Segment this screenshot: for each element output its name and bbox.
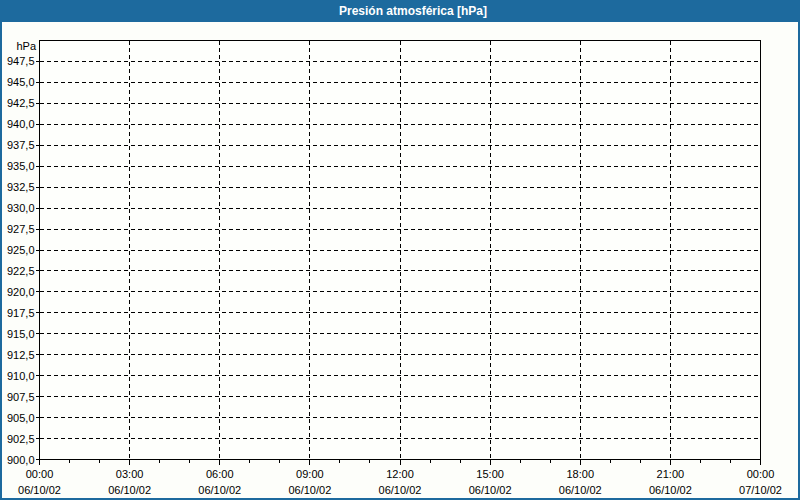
- x-time-label: 21:00: [657, 468, 685, 480]
- y-tick-label: 930,0: [7, 202, 35, 214]
- x-date-label: 07/10/02: [739, 484, 782, 496]
- pressure-chart-plot: 947,5945,0942,5940,0937,5935,0932,5930,0…: [2, 22, 798, 498]
- y-tick-label: 922,5: [7, 265, 35, 277]
- x-date-label: 06/10/02: [198, 484, 241, 496]
- y-tick-label: 910,0: [7, 370, 35, 382]
- y-tick-label: 907,5: [7, 391, 35, 403]
- y-tick-label: 905,0: [7, 412, 35, 424]
- x-date-label: 06/10/02: [649, 484, 692, 496]
- x-time-label: 03:00: [116, 468, 144, 480]
- y-tick-label: 912,5: [7, 349, 35, 361]
- x-date-label: 06/10/02: [18, 484, 61, 496]
- y-tick-label: 917,5: [7, 307, 35, 319]
- y-tick-label: 932,5: [7, 181, 35, 193]
- y-tick-label: 900,0: [7, 454, 35, 466]
- chart-title-bar: Presión atmosférica [hPa]: [0, 0, 800, 22]
- y-tick-label: 925,0: [7, 244, 35, 256]
- x-time-label: 12:00: [386, 468, 414, 480]
- y-tick-label: 940,0: [7, 118, 35, 130]
- y-tick-label: 927,5: [7, 223, 35, 235]
- y-tick-label: 947,5: [7, 55, 35, 67]
- y-tick-label: 915,0: [7, 328, 35, 340]
- x-time-label: 09:00: [296, 468, 324, 480]
- x-time-label: 00:00: [26, 468, 54, 480]
- y-tick-label: 920,0: [7, 286, 35, 298]
- x-date-label: 06/10/02: [288, 484, 331, 496]
- chart-title: Presión atmosférica [hPa]: [339, 4, 487, 18]
- x-date-label: 06/10/02: [559, 484, 602, 496]
- y-tick-label: 942,5: [7, 97, 35, 109]
- chart-window: Presión atmosférica [hPa] 947,5945,0942,…: [0, 0, 800, 500]
- y-tick-label: 902,5: [7, 433, 35, 445]
- y-tick-label: 937,5: [7, 139, 35, 151]
- y-tick-label: 935,0: [7, 160, 35, 172]
- x-time-label: 15:00: [476, 468, 504, 480]
- x-date-label: 06/10/02: [469, 484, 512, 496]
- x-time-label: 06:00: [206, 468, 234, 480]
- x-date-label: 06/10/02: [379, 484, 422, 496]
- x-time-label: 00:00: [747, 468, 775, 480]
- y-tick-label: 945,0: [7, 76, 35, 88]
- y-axis-unit-label: hPa: [16, 40, 36, 52]
- x-date-label: 06/10/02: [108, 484, 151, 496]
- x-time-label: 18:00: [566, 468, 594, 480]
